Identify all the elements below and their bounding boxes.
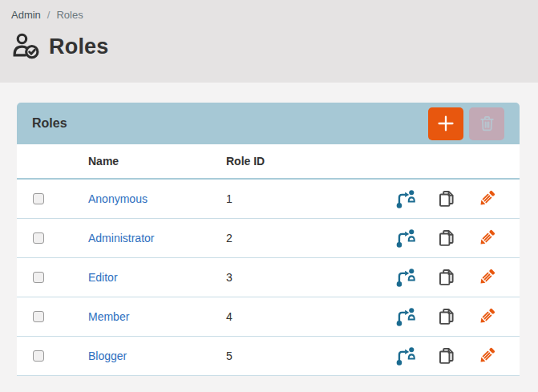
page-header: Admin / Roles Roles (0, 0, 538, 83)
role-id-column-header: Role ID (226, 155, 346, 168)
row-select-checkbox[interactable] (33, 350, 44, 362)
copy-role-icon[interactable] (436, 188, 457, 209)
role-name-link[interactable]: Anonymous (88, 192, 148, 205)
assign-users-icon[interactable] (395, 346, 417, 367)
table-row: Blogger 5 (17, 337, 520, 376)
panel-title: Roles (32, 116, 428, 131)
page-title: Roles (49, 34, 109, 59)
name-column-header: Name (88, 155, 226, 168)
copy-role-icon[interactable] (436, 267, 457, 288)
table-row: Member 4 (17, 297, 520, 337)
table-header-row: Name Role ID (17, 144, 520, 180)
breadcrumb-admin-link[interactable]: Admin (11, 9, 41, 21)
role-id-value: 4 (226, 310, 346, 323)
assign-users-icon[interactable] (395, 228, 417, 249)
row-select-checkbox[interactable] (33, 232, 44, 244)
role-name-link[interactable]: Blogger (88, 350, 127, 362)
breadcrumb-separator: / (47, 9, 51, 21)
edit-pencil-icon[interactable] (476, 306, 497, 327)
copy-role-icon[interactable] (436, 228, 457, 249)
copy-role-icon[interactable] (436, 346, 457, 366)
edit-pencil-icon[interactable] (476, 346, 497, 366)
role-id-value: 2 (226, 232, 346, 244)
user-check-icon (11, 31, 42, 62)
copy-role-icon[interactable] (436, 306, 457, 327)
add-role-button[interactable] (428, 107, 463, 140)
row-select-checkbox[interactable] (33, 272, 44, 283)
trash-icon (477, 114, 497, 134)
panel-header: Roles (17, 103, 520, 144)
table-row: Editor 3 (17, 258, 520, 297)
edit-pencil-icon[interactable] (476, 267, 497, 288)
row-select-checkbox[interactable] (33, 193, 44, 204)
edit-pencil-icon[interactable] (476, 228, 497, 249)
assign-users-icon[interactable] (395, 306, 417, 328)
role-id-value: 3 (226, 271, 346, 284)
roles-panel: Roles (17, 103, 520, 376)
role-id-value: 5 (226, 350, 346, 362)
breadcrumb: Admin / Roles (11, 9, 527, 21)
assign-users-icon[interactable] (395, 188, 417, 210)
role-name-link[interactable]: Member (88, 310, 129, 323)
role-name-link[interactable]: Editor (88, 271, 118, 284)
assign-users-icon[interactable] (395, 267, 417, 289)
table-row: Administrator 2 (17, 219, 520, 258)
plus-icon (435, 113, 456, 134)
role-id-value: 1 (226, 192, 346, 205)
row-select-checkbox[interactable] (33, 311, 44, 322)
role-name-link[interactable]: Administrator (88, 232, 154, 244)
breadcrumb-current: Roles (56, 9, 83, 21)
delete-selected-button (469, 107, 504, 140)
table-row: Anonymous 1 (17, 180, 520, 219)
edit-pencil-icon[interactable] (476, 188, 497, 209)
